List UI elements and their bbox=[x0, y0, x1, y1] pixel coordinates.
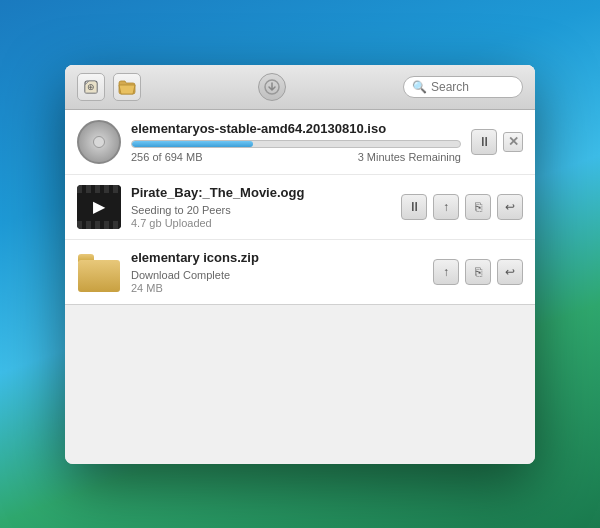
close-icon: ✕ bbox=[508, 134, 519, 149]
share-icon: ↑ bbox=[443, 265, 449, 279]
down-arrow-icon bbox=[264, 79, 280, 95]
folder-body bbox=[78, 260, 120, 292]
svg-text:⊕: ⊕ bbox=[87, 82, 95, 92]
iso-info: elementaryos-stable-amd64.20130810.iso 2… bbox=[131, 121, 461, 163]
torrent-name: Pirate_Bay:_The_Movie.ogg bbox=[131, 185, 391, 200]
pause-icon: ⏸ bbox=[478, 134, 491, 149]
folder-icon bbox=[77, 250, 121, 294]
torrent-icon: ▶ bbox=[77, 185, 121, 229]
iso-close-button[interactable]: ✕ bbox=[503, 132, 523, 152]
torrent-actions: ⏸ ↑ ⎘ ↩ bbox=[401, 194, 523, 220]
iso-meta: 256 of 694 MB 3 Minutes Remaining bbox=[131, 151, 461, 163]
torrent-copy-button[interactable]: ⎘ bbox=[465, 194, 491, 220]
downloads-list: elementaryos-stable-amd64.20130810.iso 2… bbox=[65, 110, 535, 304]
torrent-status: Seeding to 20 Peers bbox=[131, 204, 391, 216]
iso-pause-button[interactable]: ⏸ bbox=[471, 129, 497, 155]
zip-share-button[interactable]: ↑ bbox=[433, 259, 459, 285]
back-icon: ↩ bbox=[505, 200, 515, 214]
downloads-window: + ⊕ 🔍 bbox=[65, 65, 535, 464]
titlebar-left-icons: + ⊕ bbox=[77, 73, 141, 101]
open-folder-icon bbox=[118, 79, 136, 95]
torrent-subinfo: 4.7 gb Uploaded bbox=[131, 217, 391, 229]
download-item-iso: elementaryos-stable-amd64.20130810.iso 2… bbox=[65, 110, 535, 175]
add-torrent-button[interactable]: + ⊕ bbox=[77, 73, 105, 101]
zip-status: Download Complete bbox=[131, 269, 423, 281]
torrent-info: Pirate_Bay:_The_Movie.ogg Seeding to 20 … bbox=[131, 185, 391, 229]
disk-icon bbox=[77, 120, 121, 164]
zip-name: elementary icons.zip bbox=[131, 250, 423, 265]
download-item-torrent: ▶ Pirate_Bay:_The_Movie.ogg Seeding to 2… bbox=[65, 175, 535, 240]
copy-icon: ⎘ bbox=[475, 200, 482, 214]
titlebar: + ⊕ 🔍 bbox=[65, 65, 535, 110]
torrent-back-button[interactable]: ↩ bbox=[497, 194, 523, 220]
torrent-pause-button[interactable]: ⏸ bbox=[401, 194, 427, 220]
zip-copy-button[interactable]: ⎘ bbox=[465, 259, 491, 285]
iso-progress-fill bbox=[132, 141, 253, 147]
iso-size: 256 of 694 MB bbox=[131, 151, 203, 163]
copy-icon: ⎘ bbox=[475, 265, 482, 279]
zip-subinfo: 24 MB bbox=[131, 282, 423, 294]
zip-info: elementary icons.zip Download Complete 2… bbox=[131, 250, 423, 294]
back-icon: ↩ bbox=[505, 265, 515, 279]
zip-actions: ↑ ⎘ ↩ bbox=[433, 259, 523, 285]
download-item-zip: elementary icons.zip Download Complete 2… bbox=[65, 240, 535, 304]
search-bar[interactable]: 🔍 bbox=[403, 76, 523, 98]
add-torrent-icon: + ⊕ bbox=[83, 79, 99, 95]
empty-area bbox=[65, 304, 535, 464]
iso-progress-bar bbox=[131, 140, 461, 148]
iso-time: 3 Minutes Remaining bbox=[358, 151, 461, 163]
pause-icon: ⏸ bbox=[408, 199, 421, 214]
open-folder-button[interactable] bbox=[113, 73, 141, 101]
download-indicator-icon bbox=[258, 73, 286, 101]
search-input[interactable] bbox=[431, 80, 521, 94]
zip-back-button[interactable]: ↩ bbox=[497, 259, 523, 285]
zip-icon bbox=[77, 250, 121, 294]
film-icon: ▶ bbox=[77, 185, 121, 229]
torrent-share-button[interactable]: ↑ bbox=[433, 194, 459, 220]
search-icon: 🔍 bbox=[412, 80, 427, 94]
play-icon: ▶ bbox=[93, 197, 105, 216]
titlebar-center bbox=[149, 73, 395, 101]
iso-actions: ⏸ ✕ bbox=[471, 129, 523, 155]
iso-name: elementaryos-stable-amd64.20130810.iso bbox=[131, 121, 461, 136]
iso-icon bbox=[77, 120, 121, 164]
share-icon: ↑ bbox=[443, 200, 449, 214]
